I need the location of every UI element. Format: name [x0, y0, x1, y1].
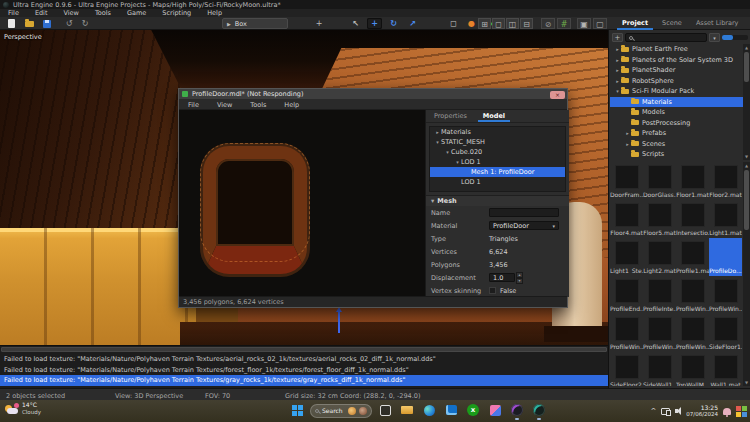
tree-item[interactable]: ▸Planets of the Solar System 3D [610, 55, 743, 66]
asset-item[interactable]: SideFloor2... [610, 352, 643, 386]
xbox-taskbar-icon[interactable]: x [466, 403, 480, 417]
menu-file[interactable]: File [0, 9, 27, 17]
asset-item[interactable]: DoorFram... [610, 162, 643, 200]
dialog-menu-file[interactable]: File [179, 101, 208, 109]
tray-overflow-chevron[interactable]: ^ [650, 407, 656, 415]
chevron-right-icon[interactable]: ▸ [614, 78, 621, 84]
dialog-menu-view[interactable]: View [208, 101, 241, 109]
chevron-right-icon[interactable]: ▸ [614, 57, 621, 63]
chevron-right-icon[interactable]: ▸ [624, 141, 631, 147]
dark2-taskbar-icon[interactable] [532, 403, 546, 417]
filter-dropdown[interactable]: ▾ [709, 33, 720, 42]
paint-taskbar-icon[interactable] [488, 403, 502, 417]
asset-item[interactable]: Light1.mat [709, 200, 742, 238]
vertical-split-icon[interactable]: ◫ [506, 18, 519, 29]
tray-widgets-icon[interactable] [736, 406, 747, 417]
asset-scrollbar[interactable]: ▲▼ [743, 162, 750, 386]
secondary-viewport-icon[interactable]: ▢ [593, 18, 607, 29]
tree-item[interactable]: ▸Materials [430, 127, 565, 137]
asset-item[interactable]: Floor4.mat [610, 200, 643, 238]
asset-item[interactable]: ProfileWin... [610, 314, 643, 352]
tree-item[interactable]: ▾LOD 1 [430, 157, 565, 167]
cast-device-icon[interactable] [661, 408, 670, 415]
asset-item[interactable]: Wall1.mat [709, 352, 742, 386]
chevron-down-icon[interactable]: ▾ [434, 139, 441, 145]
save-button[interactable] [40, 18, 54, 29]
asset-item[interactable]: Light2.mat [643, 238, 676, 276]
dialog-menu-help[interactable]: Help [275, 101, 308, 109]
outlook-taskbar-icon[interactable] [444, 403, 458, 417]
asset-item[interactable]: ProfileWin... [643, 314, 676, 352]
tab-scene[interactable]: Scene [655, 17, 689, 30]
asset-item[interactable]: ProfileWin... [709, 276, 742, 314]
tree-item[interactable]: Models [610, 107, 743, 118]
chevron-down-icon[interactable]: ▾ [454, 159, 461, 165]
tree-item[interactable]: ▸Planet Earth Free [610, 44, 743, 55]
tree-item[interactable]: Mesh 1: ProfileDoor [430, 167, 565, 177]
asset-item[interactable]: Profile1.mat [676, 238, 709, 276]
vertex-skinning-checkbox[interactable] [489, 287, 496, 294]
log-line[interactable]: Failed to load texture: "Materials/Natur… [0, 354, 608, 365]
horizontal-split-icon[interactable]: ⊟ [520, 18, 533, 29]
menu-view[interactable]: View [55, 9, 86, 17]
displacement-spinner-buttons[interactable]: ▴▾ [516, 272, 523, 284]
tree-item[interactable]: Scripts [610, 149, 743, 160]
asset-search-input[interactable] [625, 33, 707, 42]
asset-item[interactable]: TopWallM... [676, 352, 709, 386]
explorer-taskbar-icon[interactable] [400, 403, 414, 417]
tree-item[interactable]: PostProcessing [610, 118, 743, 129]
undo-button[interactable]: ↺ [62, 18, 76, 29]
menu-help[interactable]: Help [199, 9, 230, 17]
dialog-tab-model[interactable]: Model [475, 110, 513, 122]
open-button[interactable] [22, 18, 36, 29]
new-file-button[interactable] [4, 18, 18, 29]
quad-view-icon[interactable]: ⊞ [478, 18, 491, 29]
menu-tools[interactable]: Tools [87, 9, 119, 17]
tab-asset-library[interactable]: Asset Library [689, 17, 746, 30]
chevron-down-icon[interactable]: ▾ [444, 149, 451, 155]
log-line[interactable]: Failed to load texture: "Materials/Natur… [0, 365, 608, 376]
asset-item[interactable]: Intersectio... [676, 200, 709, 238]
chevron-right-icon[interactable]: ▸ [434, 129, 441, 135]
taskbar-search[interactable]: Search [310, 404, 372, 418]
gizmo-toggle-icon[interactable]: ⊘ [541, 18, 555, 29]
tree-item[interactable]: ▾Cube.020 [430, 147, 565, 157]
taskview-taskbar-icon[interactable] [378, 403, 392, 417]
mesh-section-header[interactable]: ▾Mesh [426, 196, 569, 206]
dark1-taskbar-icon[interactable] [510, 403, 524, 417]
move-tool-icon[interactable]: + [367, 18, 382, 29]
translate-gizmo-y[interactable] [338, 311, 340, 333]
box-primitive-icon[interactable]: ◻ [446, 18, 461, 29]
tree-scrollbar[interactable]: ▲▼ [743, 44, 750, 160]
maximize-viewport-icon[interactable]: ▣ [577, 18, 591, 29]
asset-item[interactable]: SideWall1... [643, 352, 676, 386]
asset-item[interactable]: Floor2.mat [709, 162, 742, 200]
tree-item[interactable]: ▸Prefabs [610, 128, 743, 139]
select-tool-icon[interactable]: ↖ [348, 18, 363, 29]
console-input[interactable] [1, 347, 607, 352]
dialog-titlebar[interactable]: ProfileDoor.mdl* (Not Responding) × [179, 89, 567, 100]
log-line[interactable]: Failed to load texture: "Materials/Natur… [0, 375, 608, 386]
start-button[interactable] [292, 405, 304, 417]
asset-item[interactable]: ProfileDo... [709, 238, 742, 276]
dialog-tab-properties[interactable]: Properties [426, 110, 475, 122]
thumbnail-size-slider[interactable] [722, 35, 748, 40]
asset-item[interactable]: ProfileWin... [676, 314, 709, 352]
edge-taskbar-icon[interactable] [422, 403, 436, 417]
chevron-right-icon[interactable]: ▸ [624, 130, 631, 136]
chevron-right-icon[interactable]: ▸ [614, 67, 621, 73]
add-object-button[interactable]: + [312, 18, 326, 29]
snap-toggle-icon[interactable]: # [557, 18, 571, 29]
menu-game[interactable]: Game [119, 9, 154, 17]
tree-item[interactable]: ▸Scenes [610, 139, 743, 150]
redo-button[interactable]: ↻ [78, 18, 92, 29]
primitive-selector[interactable]: ▶ Box [222, 18, 288, 29]
asset-item[interactable]: ProfileWin... [676, 276, 709, 314]
chevron-right-icon[interactable]: ▸ [614, 46, 621, 52]
tree-item[interactable]: ▸RobotSphere [610, 76, 743, 87]
tree-item[interactable]: LOD 1 [430, 177, 565, 187]
add-asset-button[interactable]: + [612, 33, 623, 42]
tree-item[interactable]: ▸PlanetShader [610, 65, 743, 76]
rotate-tool-icon[interactable]: ↻ [386, 18, 401, 29]
viewport-3d[interactable]: Perspective ProfileDoor.mdl* (Not Respon… [0, 30, 608, 345]
